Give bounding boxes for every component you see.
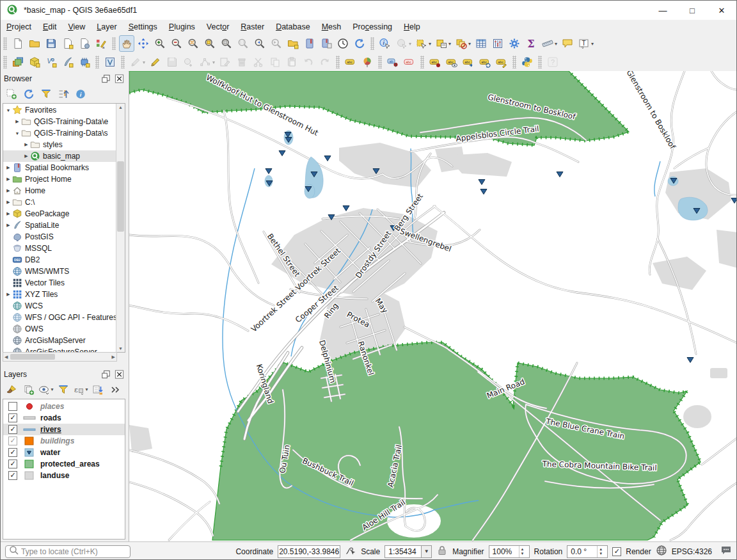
style-manager-button[interactable]: a (93, 35, 109, 52)
deselect-features-button[interactable]: ▾ (454, 35, 472, 52)
layer-checkbox[interactable]: ✓ (8, 448, 17, 457)
collapse-all-button[interactable] (56, 86, 71, 102)
browser-item-spatial-bookmarks[interactable]: ▶Spatial Bookmarks (3, 162, 116, 173)
refresh-browser-button[interactable] (21, 86, 36, 102)
expand-arrow-icon[interactable]: ▼ (4, 108, 12, 113)
zoom-in-button[interactable] (152, 35, 168, 52)
new-spatialite-layer-button[interactable] (60, 54, 75, 70)
browser-item-db2[interactable]: DB2DB2 (3, 254, 116, 266)
browser-vscrollbar[interactable]: ▲ ▼ (116, 104, 125, 352)
zoom-native-button[interactable]: 1:1 (235, 35, 251, 52)
layer-checkbox[interactable]: ✓ (8, 413, 17, 422)
expand-arrow-icon[interactable]: ▶ (13, 119, 21, 124)
text-annotation-button[interactable]: T▾ (576, 35, 595, 52)
paste-features-button[interactable] (284, 54, 299, 70)
toggle-editing-button[interactable] (148, 54, 163, 70)
locate-box[interactable] (5, 545, 131, 558)
render-checkbox[interactable]: ✓ (612, 547, 621, 556)
messages-icon[interactable] (720, 545, 732, 558)
current-edits-dropdown-icon[interactable]: ▾ (143, 60, 145, 65)
show-spatial-bookmarks-button[interactable] (302, 35, 317, 52)
map-tips-button[interactable] (560, 35, 575, 52)
rotation-stepper[interactable]: ▲▼ (597, 546, 604, 557)
filter-by-expression-button[interactable]: ε▾ (73, 382, 88, 397)
scale-dropdown-icon[interactable]: ▼ (422, 545, 432, 558)
text-annotation-dropdown-icon[interactable]: ▾ (591, 41, 594, 47)
browser-item-home[interactable]: ▶Home (3, 185, 116, 196)
expand-arrow-icon[interactable]: ▶ (4, 211, 12, 216)
menu-layer[interactable]: Layer (91, 21, 122, 33)
browser-float-icon[interactable] (100, 74, 111, 84)
rotation-value[interactable]: 0.0 ° (571, 547, 587, 556)
browser-item-geopackage[interactable]: ▶GeoPackage (3, 208, 116, 220)
layer-checkbox[interactable]: ✓ (8, 471, 17, 480)
menu-view[interactable]: View (62, 21, 91, 33)
select-features-by-value-button[interactable]: ▾ (434, 35, 452, 52)
menu-help[interactable]: Help (398, 21, 426, 33)
browser-item-mssql[interactable]: MSSQL (3, 243, 116, 254)
menu-vector[interactable]: Vector (201, 21, 235, 33)
expand-arrow-icon[interactable]: ▶ (4, 292, 12, 297)
rotate-label-button[interactable]: abc (477, 54, 493, 70)
save-project-button[interactable] (44, 35, 59, 52)
layer-item-water[interactable]: ✓water (3, 447, 125, 458)
layer-item-roads[interactable]: ✓roads (3, 412, 125, 424)
layer-labeling-button[interactable]: abc (343, 54, 358, 70)
add-group-button[interactable] (21, 382, 36, 397)
coordinate-field[interactable]: 20.5190,-33.9846 (278, 545, 340, 558)
expand-arrow-icon[interactable]: ▶ (4, 200, 12, 205)
browser-item-basic-map[interactable]: ▶basic_map (3, 150, 116, 162)
undo-button[interactable] (301, 54, 316, 70)
deselect-features-dropdown-icon[interactable]: ▾ (468, 41, 471, 47)
layer-item-places[interactable]: places (3, 401, 125, 412)
show-bookmark-manager-button[interactable] (319, 35, 334, 52)
menu-processing[interactable]: Processing (347, 21, 398, 33)
pan-map-button[interactable] (119, 35, 134, 52)
zoom-to-layer-button[interactable] (219, 35, 234, 52)
menu-plugins[interactable]: Plugins (163, 21, 201, 33)
scale-combo[interactable]: 1:35434 (384, 545, 422, 558)
layer-item-landuse[interactable]: ✓landuse (3, 470, 125, 481)
zoom-last-button[interactable] (252, 35, 267, 52)
browser-item-c-[interactable]: ▶C:\ (3, 196, 116, 208)
show-layout-manager-button[interactable] (77, 35, 92, 52)
new-spatial-bookmark-button[interactable] (285, 35, 301, 52)
browser-item-arcgisfeatureserver[interactable]: ArcGisFeatureServer (3, 346, 116, 352)
layer-checkbox[interactable]: ✓ (8, 436, 17, 445)
select-features-dropdown-icon[interactable]: ▾ (429, 41, 431, 47)
vertex-tool-button[interactable]: ▾ (198, 54, 216, 70)
magnifier-value[interactable]: 100% (493, 547, 512, 556)
layers-float-icon[interactable] (100, 370, 111, 380)
modify-attributes-button[interactable] (218, 54, 233, 70)
extents-toggle-icon[interactable] (345, 545, 356, 558)
layer-diagram-button[interactable] (360, 54, 375, 70)
magnifier-lock-icon[interactable] (436, 545, 448, 558)
change-label-button[interactable]: abc (494, 54, 509, 70)
select-features-by-value-dropdown-icon[interactable]: ▾ (448, 41, 451, 47)
browser-item-postgis[interactable]: PostGIS (3, 231, 116, 243)
redo-button[interactable] (317, 54, 333, 70)
run-feature-action-dropdown-icon[interactable]: ▾ (409, 41, 411, 47)
menu-database[interactable]: Database (270, 21, 316, 33)
show-hide-labels-button[interactable]: abc (444, 54, 459, 70)
browser-item-favorites[interactable]: ▼Favorites (3, 104, 116, 116)
filter-legend-button[interactable] (56, 382, 71, 397)
open-attribute-table-button[interactable] (473, 35, 489, 52)
pin-labels-button[interactable]: ab (385, 54, 400, 70)
expand-arrow-icon[interactable]: ▼ (13, 131, 21, 136)
browser-item-styles[interactable]: ▶styles (3, 139, 116, 150)
vertex-tool-dropdown-icon[interactable]: ▾ (212, 60, 215, 65)
open-layer-styling-button[interactable] (4, 382, 19, 397)
browser-item-vector-tiles[interactable]: Vector Tiles (3, 277, 116, 289)
add-layer-button[interactable] (4, 86, 19, 102)
layers-close-icon[interactable] (114, 370, 125, 380)
identify-features-button[interactable]: i (377, 35, 393, 52)
select-features-button[interactable]: ▾ (414, 35, 432, 52)
current-edits-button[interactable]: ▾ (128, 54, 147, 70)
temporal-controller-button[interactable] (335, 35, 351, 52)
close-button[interactable]: ✕ (707, 1, 736, 20)
delete-selected-button[interactable] (234, 54, 250, 70)
menu-project[interactable]: Project (1, 21, 37, 33)
new-shapefile-layer-button[interactable]: V (44, 54, 59, 70)
browser-close-icon[interactable] (114, 74, 125, 84)
